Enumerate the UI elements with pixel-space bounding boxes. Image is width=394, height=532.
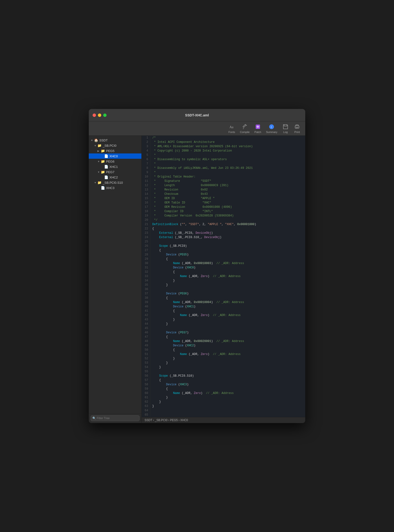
code-line-46: 46 Device (PEG7) — [142, 330, 305, 335]
code-line-54: 54 } — [142, 365, 305, 369]
sidebar-label-peg7: PEG7 — [106, 170, 114, 174]
log-toolbar-item[interactable]: Log — [282, 123, 289, 133]
search-icon: 🔍 — [92, 417, 96, 420]
maximize-button[interactable] — [103, 114, 107, 117]
folder-icon-peg7: 📁 — [101, 170, 105, 174]
code-line-36: 36 — [142, 287, 305, 291]
code-line-47: 47 { — [142, 335, 305, 339]
file-icon-xhc2: 📄 — [104, 175, 108, 179]
sidebar-item-xhc1[interactable]: 📄 XHC1 — [89, 164, 141, 169]
fonts-icon: Aa — [228, 123, 235, 130]
code-line-20: 20 */ — [142, 218, 305, 222]
minimize-button[interactable] — [98, 114, 101, 117]
code-line-49: 49 Device (XHC2) — [142, 343, 305, 348]
code-line-65: 65 — [142, 413, 305, 417]
expand-arrow-peg6: ▼ — [97, 160, 101, 163]
patch-icon — [254, 123, 261, 130]
sidebar-label-xhc0: XHC0 — [109, 154, 118, 158]
sidebar-item-sb-pci0-s10[interactable]: ▼ 📁 _SB.PCI0.S10 — [89, 180, 141, 185]
file-icon-xhc3: 📄 — [101, 186, 105, 190]
file-icon-xhc1: 📄 — [104, 165, 108, 169]
expand-arrow-peg5: ▶ — [97, 150, 101, 152]
filter-input[interactable] — [91, 415, 140, 421]
sidebar-item-xhc0[interactable]: 📄 XHC0 — [89, 153, 141, 159]
code-line-43: 43 } — [142, 317, 305, 322]
code-line-21: 21 DefinitionBlock ("", "SSDT", 2, "APPL… — [142, 222, 305, 227]
code-line-6: 6 * Disassembling to symbolic ASL+ opera… — [142, 157, 305, 162]
sidebar-item-ssdt[interactable]: ▼ 🏠 SSDT — [89, 138, 141, 143]
compile-toolbar-item[interactable]: Compile — [240, 123, 249, 133]
expand-arrow-ssdt: ▼ — [91, 139, 94, 142]
summary-toolbar-item[interactable]: i Summary — [266, 123, 277, 133]
sidebar-item-xhc3[interactable]: 📄 XHC3 — [89, 185, 141, 190]
code-line-17: 17 * OEM Revision 0x00001000 (4096) — [142, 205, 305, 209]
window-title: SSDT-XHC.aml — [185, 113, 209, 117]
sidebar-item-peg5[interactable]: ▶ 📁 PEG5 — [89, 148, 141, 153]
code-line-29: 29 { — [142, 257, 305, 261]
code-line-56: 56 Scope (_SB.PCI0.S10) — [142, 374, 305, 378]
code-line-61: 61 } — [142, 395, 305, 400]
code-line-18: 18 * Compiler ID "INTL" — [142, 209, 305, 214]
sidebar-item-peg7[interactable]: ▼ 📁 PEG7 — [89, 169, 141, 175]
code-line-10: 10 * Original Table Header: — [142, 175, 305, 179]
code-line-32: 32 { — [142, 270, 305, 274]
sidebar-label-ssdt: SSDT — [99, 139, 108, 142]
code-line-52: 52 } — [142, 356, 305, 361]
fonts-label: Fonts — [229, 131, 235, 133]
code-line-26: 26 Scope (_SB.PCI0) — [142, 244, 305, 248]
code-line-48: 48 Name (_ADR, 0x00020001) // _ADR: Addr… — [142, 339, 305, 343]
sidebar-item-xhc2[interactable]: 📄 XHC2 — [89, 175, 141, 180]
code-line-55: 55 — [142, 369, 305, 374]
close-button[interactable] — [93, 114, 96, 117]
code-line-37: 37 Device (PEG6) — [142, 291, 305, 296]
sidebar-item-sb-pci0[interactable]: ▼ 📁 _SB.PCI0 — [89, 143, 141, 148]
code-line-2: 2 * Intel ACPI Component Architecture — [142, 140, 305, 144]
print-toolbar-item[interactable]: Print — [294, 123, 300, 133]
patch-label: Patch — [254, 131, 261, 133]
summary-icon: i — [268, 123, 275, 130]
home-icon: 🏠 — [94, 138, 98, 142]
sidebar-label-xhc1: XHC1 — [109, 165, 118, 169]
folder-icon-sb-pci0-s10: 📁 — [97, 181, 102, 184]
traffic-lights — [93, 114, 107, 117]
code-line-23: 23 External (_SB_.PCI0, DeviceObj) — [142, 231, 305, 235]
code-line-1: 1 /* — [142, 136, 305, 140]
code-lines: 1 /* 2 * Intel ACPI Component Architectu… — [142, 136, 305, 417]
code-line-35: 35 } — [142, 283, 305, 287]
sidebar-label-sb-pci0: _SB.PCI0 — [103, 144, 116, 147]
code-line-62: 62 } — [142, 400, 305, 404]
editor-area: 1 /* 2 * Intel ACPI Component Architectu… — [142, 136, 305, 423]
compile-icon — [241, 123, 248, 130]
code-line-9: 9 * — [142, 170, 305, 175]
folder-icon-peg5: 📁 — [101, 149, 105, 153]
code-line-27: 27 { — [142, 248, 305, 253]
code-line-31: 31 Device (XHC0) — [142, 266, 305, 270]
sidebar-label-peg6: PEG6 — [106, 160, 114, 163]
code-line-15: 15 * OEM ID "APPLE " — [142, 196, 305, 201]
sidebar: ▼ 🏠 SSDT ▼ 📁 _SB.PCI0 ▶ 📁 PEG5 — [89, 136, 142, 423]
print-icon — [294, 123, 300, 130]
code-line-8: 8 * Disassembly of iASLyJKNAk.aml, Wed J… — [142, 166, 305, 170]
code-line-11: 11 * Signature "SSDT" — [142, 179, 305, 183]
patch-toolbar-item[interactable]: Patch — [254, 123, 261, 133]
toolbar: Aa Fonts Compile Patch — [89, 121, 305, 136]
code-line-40: 40 Device (XHC1) — [142, 304, 305, 309]
code-line-64: 64 — [142, 408, 305, 413]
expand-arrow-sb-pci0: ▼ — [94, 144, 97, 147]
code-line-45: 45 — [142, 326, 305, 330]
code-line-4: 4 * Copyright (c) 2000 - 2020 Intel Corp… — [142, 149, 305, 153]
sidebar-label-sb-pci0-s10: _SB.PCI0.S10 — [103, 181, 123, 184]
sidebar-item-peg6[interactable]: ▼ 📁 PEG6 — [89, 159, 141, 164]
code-editor[interactable]: 1 /* 2 * Intel ACPI Component Architectu… — [142, 136, 305, 417]
code-line-63: 63 } — [142, 404, 305, 408]
file-icon-xhc0: 📄 — [104, 154, 108, 158]
fonts-toolbar-item[interactable]: Aa Fonts — [228, 123, 235, 133]
svg-rect-4 — [295, 126, 299, 128]
svg-text:i: i — [271, 125, 272, 129]
titlebar: SSDT-XHC.aml — [89, 109, 305, 121]
sidebar-label-xhc2: XHC2 — [109, 176, 118, 179]
sidebar-label-xhc3: XHC3 — [106, 186, 114, 190]
main-window: SSDT-XHC.aml Aa Fonts Compile — [89, 109, 305, 423]
code-line-44: 44 } — [142, 322, 305, 326]
folder-icon-sb-pci0: 📁 — [97, 144, 102, 147]
